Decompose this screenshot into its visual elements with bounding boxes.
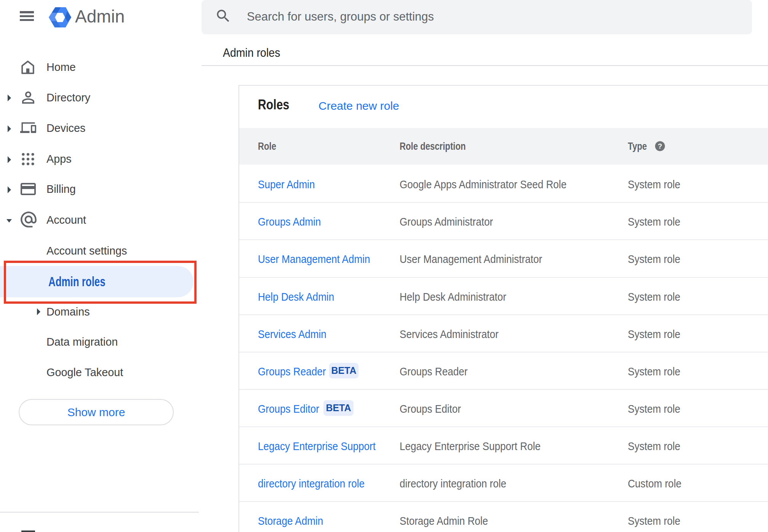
svg-text:?: ? — [658, 142, 662, 150]
